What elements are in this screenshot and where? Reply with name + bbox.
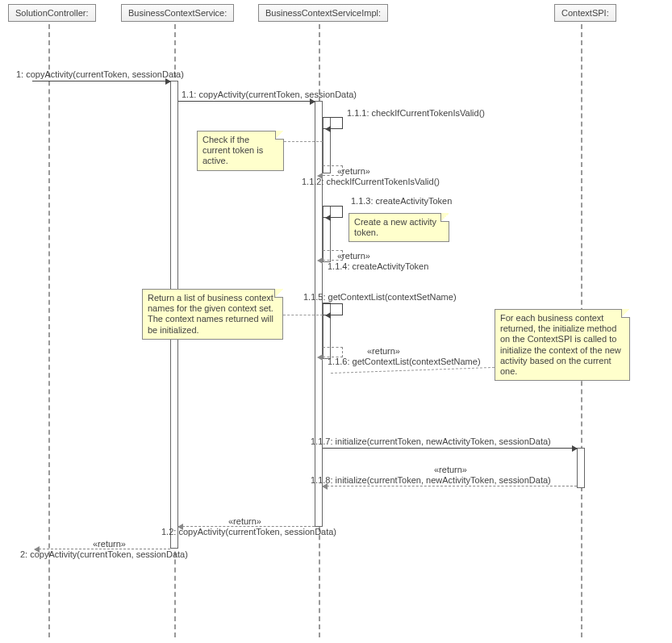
note-3-connector xyxy=(283,315,323,315)
msg-1-2-label: 1.2: copyActivity(currentToken, sessionD… xyxy=(161,527,336,537)
note-create-token: Create a new activity token. xyxy=(349,213,449,242)
participant-context-spi: ContextSPI: xyxy=(554,4,616,22)
note-return-list: Return a list of business context names … xyxy=(142,289,283,340)
msg-1-1-7r-label: «return» xyxy=(434,465,467,474)
participant-business-context-service-impl: BusinessContextServiceImpl: xyxy=(258,4,388,22)
note-1-connector xyxy=(284,141,323,142)
msg-1-label: 1: copyActivity(currentToken, sessionDat… xyxy=(16,69,184,79)
arrow-head-icon xyxy=(317,257,323,264)
msg-1-1-8-label: 1.1.8: initialize(currentToken, newActiv… xyxy=(311,475,551,485)
msg-1-2-return-arrow xyxy=(178,526,315,527)
activation-contextspi xyxy=(577,448,585,488)
msg-1-1-3-label: 1.1.3: createActivityToken xyxy=(351,196,452,206)
msg-1-1-5-label: 1.1.5: getContextList(contextSetName) xyxy=(303,292,457,302)
lifeline-solution-controller xyxy=(48,24,50,637)
msg-1-1-6-return-arrow xyxy=(323,347,343,357)
msg-1-1-5r-label: «return» xyxy=(367,346,400,356)
msg-1-1-6-label: 1.1.6: getContextList(contextSetName) xyxy=(328,357,481,366)
msg-1-1-label: 1.1: copyActivity(currentToken, sessionD… xyxy=(182,90,357,99)
msg-1-1-4-label: 1.1.4: createActivityToken xyxy=(328,261,428,271)
msg-1-1-2-return-arrow xyxy=(323,165,343,176)
note-for-each-context: For each business context returned, the … xyxy=(495,309,630,381)
msg-1-1-arrow xyxy=(178,101,315,102)
arrow-head-icon xyxy=(325,312,331,319)
msg-2-label: 2: copyActivity(currentToken, sessionDat… xyxy=(20,549,188,559)
activation-bcsi xyxy=(315,101,323,527)
msg-1-1-4-return-arrow xyxy=(323,250,343,261)
msg-1-1-7-label: 1.1.7: initialize(currentToken, newActiv… xyxy=(311,436,551,446)
arrow-head-icon xyxy=(325,126,331,132)
participant-solution-controller: SolutionController: xyxy=(8,4,96,22)
msg-1-1-8-return-arrow xyxy=(323,486,577,486)
arrow-head-icon xyxy=(317,173,323,179)
arrow-head-icon xyxy=(317,354,323,361)
participant-business-context-service: BusinessContextService: xyxy=(121,4,234,22)
note-check-token: Check if the current token is active. xyxy=(197,131,284,171)
msg-2r-label: «return» xyxy=(93,539,126,549)
msg-1-1-1-label: 1.1.1: checkIfCurrentTokenIsValid() xyxy=(347,108,485,118)
note-4-connector xyxy=(331,367,495,374)
msg-2-return-arrow xyxy=(35,549,170,549)
msg-1-2r-label: «return» xyxy=(228,516,261,526)
sequence-diagram: SolutionController: BusinessContextServi… xyxy=(0,0,672,643)
arrow-head-icon xyxy=(325,215,331,221)
msg-1-arrow xyxy=(32,81,170,81)
msg-1-1-7-arrow xyxy=(323,448,577,449)
